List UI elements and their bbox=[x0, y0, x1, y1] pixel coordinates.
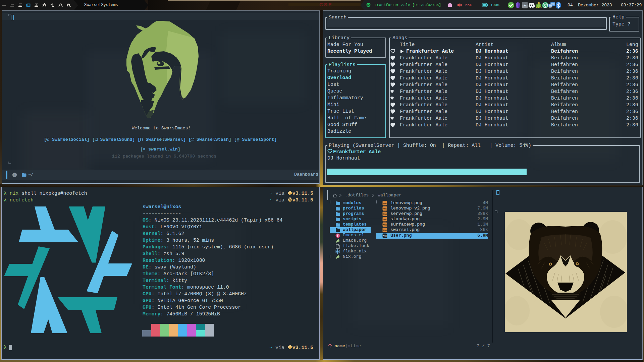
svg-text:PNG: PNG bbox=[383, 219, 387, 221]
svg-text:PNG: PNG bbox=[383, 224, 387, 226]
svg-text:PNG: PNG bbox=[383, 229, 387, 231]
svg-text:PNG: PNG bbox=[383, 202, 387, 204]
svg-text:PNG: PNG bbox=[383, 213, 387, 215]
svg-text:E: E bbox=[13, 173, 15, 177]
svg-text:PNG: PNG bbox=[383, 208, 387, 210]
svg-text:PNG: PNG bbox=[383, 235, 387, 237]
